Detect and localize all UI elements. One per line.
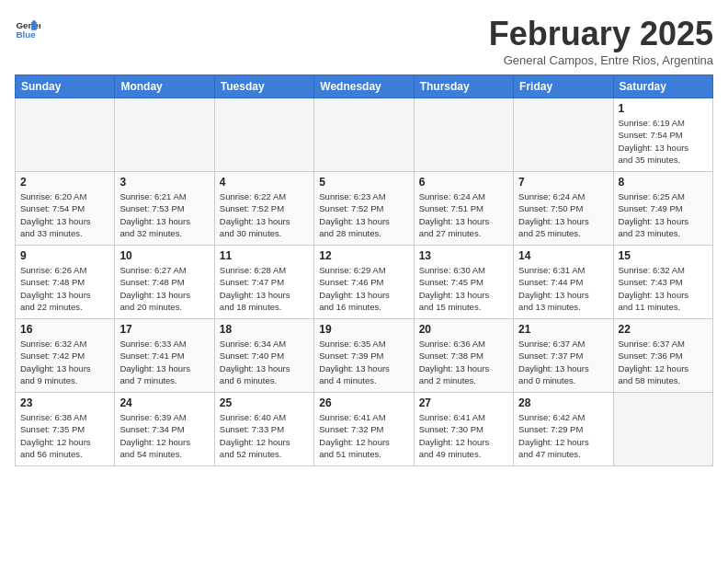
calendar-cell: 17Sunrise: 6:33 AM Sunset: 7:41 PM Dayli…	[115, 319, 214, 393]
calendar-cell: 1Sunrise: 6:19 AM Sunset: 7:54 PM Daylig…	[613, 98, 712, 172]
week-row-2: 2Sunrise: 6:20 AM Sunset: 7:54 PM Daylig…	[16, 172, 713, 246]
calendar-cell: 22Sunrise: 6:37 AM Sunset: 7:36 PM Dayli…	[613, 319, 712, 393]
calendar-cell: 14Sunrise: 6:31 AM Sunset: 7:44 PM Dayli…	[514, 246, 613, 319]
day-number: 25	[220, 396, 309, 409]
day-info: Sunrise: 6:41 AM Sunset: 7:32 PM Dayligh…	[319, 411, 408, 460]
day-info: Sunrise: 6:31 AM Sunset: 7:44 PM Dayligh…	[518, 264, 608, 313]
day-info: Sunrise: 6:36 AM Sunset: 7:38 PM Dayligh…	[419, 338, 508, 386]
calendar-cell	[414, 98, 513, 172]
calendar-cell: 8Sunrise: 6:25 AM Sunset: 7:49 PM Daylig…	[613, 172, 712, 246]
day-number: 23	[20, 396, 109, 409]
day-number: 26	[319, 396, 408, 409]
location-subtitle: General Campos, Entre Rios, Argentina	[489, 53, 713, 67]
day-number: 18	[220, 323, 309, 336]
day-number: 16	[20, 323, 109, 336]
calendar-cell: 27Sunrise: 6:41 AM Sunset: 7:30 PM Dayli…	[414, 393, 513, 466]
day-number: 19	[319, 323, 408, 336]
day-number: 10	[119, 249, 209, 262]
day-info: Sunrise: 6:27 AM Sunset: 7:48 PM Dayligh…	[119, 264, 209, 313]
day-number: 27	[419, 396, 508, 409]
day-info: Sunrise: 6:32 AM Sunset: 7:43 PM Dayligh…	[619, 264, 708, 313]
weekday-header-wednesday: Wednesday	[314, 75, 414, 98]
day-number: 2	[20, 176, 109, 189]
week-row-3: 9Sunrise: 6:26 AM Sunset: 7:48 PM Daylig…	[16, 246, 713, 319]
day-number: 5	[319, 176, 408, 189]
day-number: 7	[518, 176, 608, 189]
weekday-header-thursday: Thursday	[414, 75, 513, 98]
weekday-header-sunday: Sunday	[16, 75, 115, 98]
weekday-header-monday: Monday	[115, 75, 214, 98]
calendar-cell: 6Sunrise: 6:24 AM Sunset: 7:51 PM Daylig…	[414, 172, 513, 246]
day-number: 14	[518, 249, 608, 262]
svg-text:Blue: Blue	[16, 29, 36, 40]
calendar-table: SundayMondayTuesdayWednesdayThursdayFrid…	[15, 75, 713, 466]
calendar-cell: 2Sunrise: 6:20 AM Sunset: 7:54 PM Daylig…	[16, 172, 115, 246]
day-info: Sunrise: 6:24 AM Sunset: 7:51 PM Dayligh…	[419, 190, 508, 239]
calendar-cell: 15Sunrise: 6:32 AM Sunset: 7:43 PM Dayli…	[613, 246, 712, 319]
day-number: 11	[220, 249, 309, 262]
day-number: 4	[220, 176, 309, 189]
day-info: Sunrise: 6:20 AM Sunset: 7:54 PM Dayligh…	[20, 190, 109, 239]
day-info: Sunrise: 6:22 AM Sunset: 7:52 PM Dayligh…	[220, 190, 309, 239]
day-info: Sunrise: 6:30 AM Sunset: 7:45 PM Dayligh…	[419, 264, 508, 313]
day-number: 8	[619, 176, 708, 189]
day-info: Sunrise: 6:41 AM Sunset: 7:30 PM Dayligh…	[419, 411, 508, 460]
day-number: 13	[419, 249, 508, 262]
calendar-body: 1Sunrise: 6:19 AM Sunset: 7:54 PM Daylig…	[16, 98, 713, 466]
day-info: Sunrise: 6:40 AM Sunset: 7:33 PM Dayligh…	[220, 411, 309, 460]
calendar-cell: 13Sunrise: 6:30 AM Sunset: 7:45 PM Dayli…	[414, 246, 513, 319]
day-number: 28	[518, 396, 608, 409]
day-info: Sunrise: 6:42 AM Sunset: 7:29 PM Dayligh…	[518, 411, 608, 460]
logo-icon: General Blue	[15, 15, 40, 40]
calendar-cell: 21Sunrise: 6:37 AM Sunset: 7:37 PM Dayli…	[514, 319, 613, 393]
day-number: 12	[319, 249, 408, 262]
day-info: Sunrise: 6:38 AM Sunset: 7:35 PM Dayligh…	[20, 411, 109, 460]
month-title: February 2025	[489, 15, 713, 53]
day-info: Sunrise: 6:37 AM Sunset: 7:36 PM Dayligh…	[619, 338, 708, 386]
day-number: 6	[419, 176, 508, 189]
day-info: Sunrise: 6:35 AM Sunset: 7:39 PM Dayligh…	[319, 338, 408, 386]
day-number: 20	[419, 323, 508, 336]
weekday-header-friday: Friday	[514, 75, 613, 98]
calendar-cell: 12Sunrise: 6:29 AM Sunset: 7:46 PM Dayli…	[314, 246, 414, 319]
day-number: 17	[119, 323, 209, 336]
week-row-5: 23Sunrise: 6:38 AM Sunset: 7:35 PM Dayli…	[16, 393, 713, 466]
week-row-4: 16Sunrise: 6:32 AM Sunset: 7:42 PM Dayli…	[16, 319, 713, 393]
calendar-cell	[214, 98, 313, 172]
day-info: Sunrise: 6:26 AM Sunset: 7:48 PM Dayligh…	[20, 264, 109, 313]
calendar-cell: 28Sunrise: 6:42 AM Sunset: 7:29 PM Dayli…	[514, 393, 613, 466]
day-number: 21	[518, 323, 608, 336]
day-info: Sunrise: 6:32 AM Sunset: 7:42 PM Dayligh…	[20, 338, 109, 386]
calendar-cell: 3Sunrise: 6:21 AM Sunset: 7:53 PM Daylig…	[115, 172, 214, 246]
day-info: Sunrise: 6:39 AM Sunset: 7:34 PM Dayligh…	[119, 411, 209, 460]
calendar-cell: 10Sunrise: 6:27 AM Sunset: 7:48 PM Dayli…	[115, 246, 214, 319]
day-info: Sunrise: 6:25 AM Sunset: 7:49 PM Dayligh…	[619, 190, 708, 239]
calendar-cell: 9Sunrise: 6:26 AM Sunset: 7:48 PM Daylig…	[16, 246, 115, 319]
calendar-cell: 5Sunrise: 6:23 AM Sunset: 7:52 PM Daylig…	[314, 172, 414, 246]
calendar-cell: 16Sunrise: 6:32 AM Sunset: 7:42 PM Dayli…	[16, 319, 115, 393]
calendar-cell	[514, 98, 613, 172]
week-row-1: 1Sunrise: 6:19 AM Sunset: 7:54 PM Daylig…	[16, 98, 713, 172]
day-info: Sunrise: 6:23 AM Sunset: 7:52 PM Dayligh…	[319, 190, 408, 239]
day-number: 1	[619, 102, 708, 115]
calendar-cell: 19Sunrise: 6:35 AM Sunset: 7:39 PM Dayli…	[314, 319, 414, 393]
page-header: General Blue February 2025 General Campo…	[15, 15, 713, 67]
day-info: Sunrise: 6:37 AM Sunset: 7:37 PM Dayligh…	[518, 338, 608, 386]
calendar-cell: 24Sunrise: 6:39 AM Sunset: 7:34 PM Dayli…	[115, 393, 214, 466]
calendar-cell	[16, 98, 115, 172]
day-number: 22	[619, 323, 708, 336]
day-info: Sunrise: 6:19 AM Sunset: 7:54 PM Dayligh…	[619, 117, 708, 166]
calendar-cell	[314, 98, 414, 172]
calendar-cell: 25Sunrise: 6:40 AM Sunset: 7:33 PM Dayli…	[214, 393, 313, 466]
weekday-header-saturday: Saturday	[613, 75, 712, 98]
day-number: 3	[119, 176, 209, 189]
day-number: 24	[119, 396, 209, 409]
calendar-cell: 7Sunrise: 6:24 AM Sunset: 7:50 PM Daylig…	[514, 172, 613, 246]
calendar-cell: 23Sunrise: 6:38 AM Sunset: 7:35 PM Dayli…	[16, 393, 115, 466]
day-info: Sunrise: 6:34 AM Sunset: 7:40 PM Dayligh…	[220, 338, 309, 386]
calendar-cell: 20Sunrise: 6:36 AM Sunset: 7:38 PM Dayli…	[414, 319, 513, 393]
weekday-header-tuesday: Tuesday	[214, 75, 313, 98]
weekday-header-row: SundayMondayTuesdayWednesdayThursdayFrid…	[16, 75, 713, 98]
calendar-cell	[115, 98, 214, 172]
day-info: Sunrise: 6:28 AM Sunset: 7:47 PM Dayligh…	[220, 264, 309, 313]
